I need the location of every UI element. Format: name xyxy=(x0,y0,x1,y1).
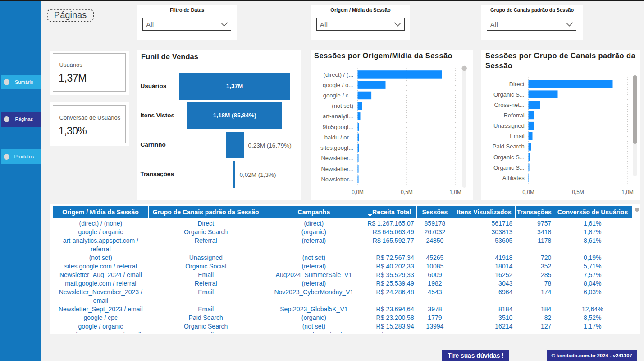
svg-text:google / o...: google / o... xyxy=(323,82,353,88)
svg-text:Sessão: Sessão xyxy=(485,61,512,69)
svg-text:Newsletter...: Newsletter... xyxy=(321,176,353,183)
svg-text:Organic S...: Organic S... xyxy=(493,164,525,171)
svg-text:Organic S...: Organic S... xyxy=(493,154,525,161)
svg-text:Referral: Referral xyxy=(503,112,524,119)
svg-text:1,0M: 1,0M xyxy=(449,189,461,195)
svg-text:Cross-net...: Cross-net... xyxy=(494,102,525,108)
svg-text:Paid Search: Paid Search xyxy=(493,143,525,150)
svg-text:9to5googl...: 9to5googl... xyxy=(323,124,353,130)
svg-text:google / c...: google / c... xyxy=(323,92,353,99)
svg-text:0,0M: 0,0M xyxy=(352,189,364,195)
svg-text:Newsletter...: Newsletter... xyxy=(321,166,353,172)
svg-text:Unassigned: Unassigned xyxy=(493,122,525,129)
svg-text:(not set): (not set) xyxy=(332,102,353,109)
svg-text:(direct) / (...: (direct) / (... xyxy=(323,71,353,78)
svg-text:1,0M: 1,0M xyxy=(621,189,634,195)
svg-text:0,5M: 0,5M xyxy=(401,189,413,195)
svg-text:sites.googl...: sites.googl... xyxy=(320,144,353,151)
svg-text:0,0M: 0,0M xyxy=(522,189,534,195)
svg-text:Newsletter...: Newsletter... xyxy=(321,155,353,162)
svg-text:Email: Email xyxy=(510,133,525,139)
svg-text:Sessões por Origem/Mídia da Se: Sessões por Origem/Mídia da Sessão xyxy=(314,51,452,60)
svg-text:Affiliates: Affiliates xyxy=(502,175,525,181)
svg-text:art-analyti...: art-analyti... xyxy=(323,113,353,120)
svg-text:Sessões por Grupo de Canais pa: Sessões por Grupo de Canais padrão da xyxy=(485,51,635,60)
svg-text:baidu / or...: baidu / or... xyxy=(324,134,353,141)
svg-text:Direct: Direct xyxy=(509,81,525,88)
svg-text:Organic S...: Organic S... xyxy=(493,91,525,98)
svg-text:0,5M: 0,5M xyxy=(572,189,584,195)
